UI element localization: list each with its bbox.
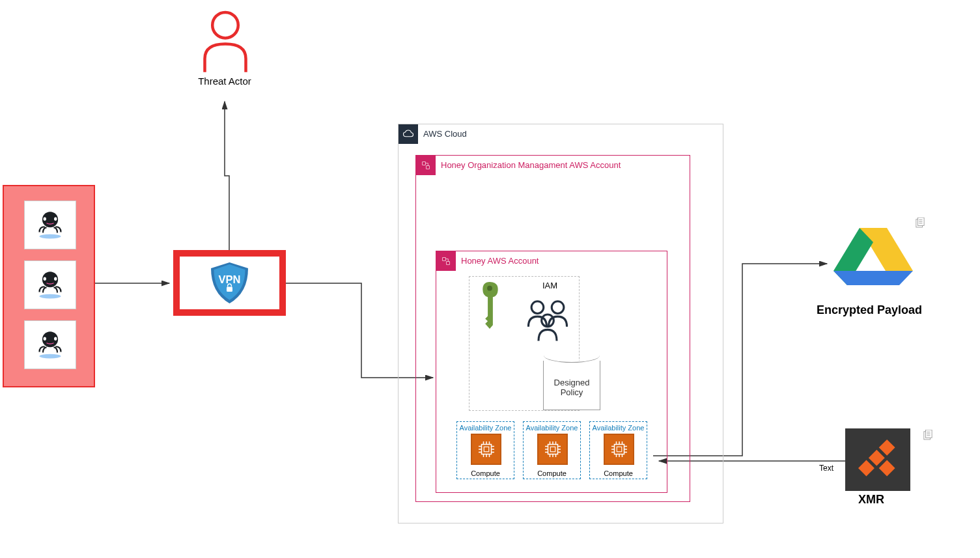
svg-point-22	[542, 314, 554, 327]
account-icon	[436, 251, 456, 271]
svg-point-7	[54, 277, 57, 281]
org-account-title: Honey Organization Managament AWS Accoun…	[441, 160, 621, 170]
svg-rect-18	[447, 262, 450, 265]
svg-rect-24	[484, 447, 489, 452]
svg-point-4	[40, 234, 61, 239]
svg-rect-23	[481, 445, 491, 454]
note-stack-icon	[923, 430, 932, 440]
github-repo-icon	[24, 320, 76, 369]
iam-title: IAM	[542, 281, 557, 290]
users-group-icon	[522, 296, 574, 342]
svg-rect-37	[548, 445, 557, 454]
availability-zone: Availability Zone Compute	[589, 421, 647, 479]
az-title: Availability Zone	[590, 424, 647, 432]
compute-label: Compute	[590, 469, 647, 477]
svg-rect-75	[858, 460, 875, 477]
svg-point-19	[487, 286, 492, 291]
honey-account-title: Honey AWS Account	[461, 256, 539, 266]
cloud-icon	[399, 124, 418, 144]
svg-rect-74	[869, 450, 885, 466]
svg-rect-76	[879, 460, 895, 477]
compute-label: Compute	[524, 469, 580, 477]
svg-point-0	[212, 12, 238, 38]
note-stack-icon	[916, 217, 925, 228]
threat-actor-label: Threat Actor	[182, 76, 267, 87]
svg-marker-67	[833, 271, 913, 285]
honey-account-container: Honey AWS Account IAM	[436, 251, 667, 493]
svg-point-2	[44, 217, 46, 221]
az-title: Availability Zone	[457, 424, 514, 432]
svg-rect-16	[427, 166, 430, 169]
az-title: Availability Zone	[524, 424, 580, 432]
github-repo-icon	[24, 260, 76, 309]
svg-rect-14	[227, 287, 232, 292]
xmr-label: XMR	[858, 493, 884, 507]
svg-rect-73	[879, 439, 895, 456]
svg-rect-38	[550, 447, 555, 452]
compute-icon	[604, 434, 634, 465]
github-repos-box	[3, 185, 95, 387]
vpn-node: VPN	[173, 250, 286, 316]
svg-point-3	[54, 217, 57, 221]
svg-point-20	[531, 301, 544, 314]
threat-actor-icon	[196, 8, 255, 74]
aws-cloud-title: AWS Cloud	[423, 129, 467, 139]
compute-label: Compute	[457, 469, 514, 477]
aws-cloud-container: AWS Cloud Honey Organization Managament …	[398, 124, 723, 523]
svg-text:VPN: VPN	[219, 273, 241, 285]
svg-point-6	[44, 277, 46, 281]
svg-point-21	[552, 301, 564, 314]
org-account-container: Honey Organization Managament AWS Accoun…	[415, 155, 690, 502]
google-drive-icon	[831, 223, 916, 288]
svg-point-12	[40, 354, 61, 359]
encrypted-payload-label: Encrypted Payload	[817, 303, 934, 317]
svg-point-8	[40, 294, 61, 299]
svg-rect-52	[617, 447, 622, 452]
availability-zone: Availability Zone Compute	[456, 421, 514, 479]
svg-rect-17	[443, 258, 446, 261]
availability-zone: Availability Zone Compute	[523, 421, 581, 479]
designed-policy-label: Designed Policy	[544, 378, 600, 397]
compute-icon	[471, 434, 501, 465]
compute-icon	[537, 434, 568, 465]
svg-rect-15	[423, 162, 426, 165]
iam-key-icon	[473, 279, 506, 330]
iam-box: IAM Designed Policy	[469, 276, 580, 411]
svg-point-10	[44, 337, 46, 341]
designed-policy-note: Designed Policy	[543, 361, 600, 410]
xmr-icon	[845, 428, 910, 491]
org-icon	[416, 156, 436, 175]
svg-point-11	[54, 337, 57, 341]
edge-text-label: Text	[819, 464, 833, 473]
svg-rect-51	[614, 445, 624, 454]
github-repo-icon	[24, 201, 76, 249]
